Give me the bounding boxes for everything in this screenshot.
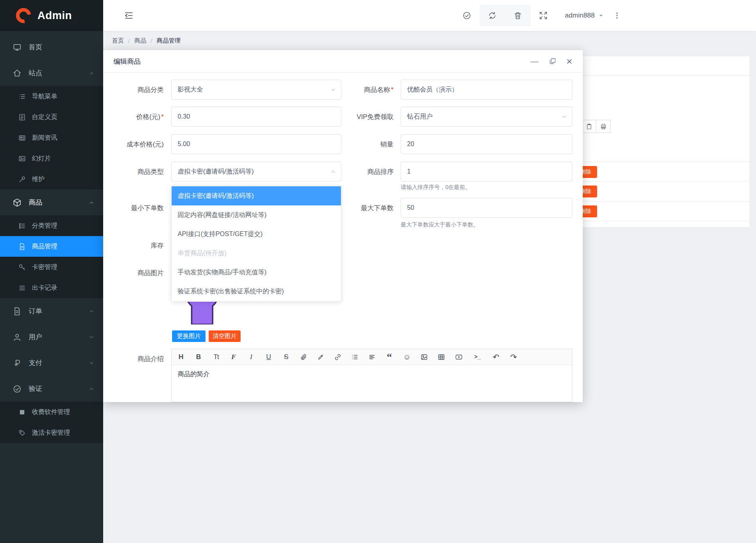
list-icon[interactable] — [351, 354, 358, 361]
align-icon[interactable] — [368, 354, 376, 361]
font-size-icon[interactable]: Tt — [212, 353, 220, 361]
sidebar-item-paid-software[interactable]: 收费软件管理 — [0, 402, 103, 422]
user-menu[interactable]: admin888 — [565, 12, 604, 20]
key-icon — [18, 264, 26, 271]
bold-icon[interactable]: B — [195, 353, 202, 361]
close-icon[interactable]: × — [566, 56, 572, 66]
editor-toolbar: H B Tt F I U S “ ☺ >_ ↶ ↷ — [172, 349, 572, 365]
sidebar-item-site[interactable]: 站点 — [0, 60, 103, 86]
dropdown-option[interactable]: API接口(支持POST/GET提交) — [172, 225, 341, 244]
dropdown-option-disabled: 串货商品(待开放) — [172, 244, 341, 263]
clipboard-button[interactable] — [582, 120, 596, 133]
field-label-min-order: 最小下单数 — [103, 198, 164, 218]
brand-logo-icon — [13, 5, 34, 26]
breadcrumb-home[interactable]: 首页 — [112, 37, 124, 45]
fullscreen-button[interactable] — [531, 5, 556, 26]
sidebar-item-maintenance[interactable]: 维护 — [0, 169, 103, 189]
sort-input[interactable] — [401, 162, 572, 182]
sidebar-item-card-key-management[interactable]: 卡密管理 — [0, 257, 103, 277]
sidebar-item-custom-page[interactable]: 自定义页 — [0, 107, 103, 127]
field-label-vip: VIP免费领取 — [313, 107, 394, 127]
expand-arrows-icon — [539, 11, 548, 20]
maintenance-tool-icon — [18, 176, 26, 183]
underline-icon[interactable]: U — [265, 353, 272, 361]
sidebar-toggle-button[interactable] — [124, 11, 133, 20]
minimize-icon[interactable]: — — [531, 57, 539, 65]
strikethrough-icon[interactable]: S — [282, 353, 290, 361]
quote-icon[interactable]: “ — [386, 355, 393, 359]
news-icon — [18, 134, 26, 142]
sidebar-item-users[interactable]: 用户 — [0, 324, 103, 350]
sidebar-item-nav-menu[interactable]: 导航菜单 — [0, 86, 103, 107]
clear-image-button[interactable]: 清空图片 — [209, 330, 241, 342]
max-order-input[interactable] — [401, 198, 572, 218]
sidebar-submenu-site: 导航菜单 自定义页 新闻资讯 幻灯片 维护 — [0, 86, 103, 189]
font-family-icon[interactable]: F — [230, 353, 237, 361]
sidebar-item-card-records[interactable]: 出卡记录 — [0, 277, 103, 298]
sidebar-item-label: 自定义页 — [32, 113, 57, 121]
table-icon[interactable] — [438, 354, 445, 361]
editor-content[interactable]: 商品的简介 — [172, 365, 572, 384]
sidebar-item-activation-keys[interactable]: 激活卡密管理 — [0, 422, 103, 443]
refresh-icon — [488, 11, 497, 20]
link-icon[interactable] — [334, 354, 341, 361]
sidebar-item-label: 分类管理 — [32, 222, 57, 230]
sidebar-submenu-product: 分类管理 商品管理 卡密管理 出卡记录 — [0, 215, 103, 298]
print-button[interactable] — [596, 120, 611, 133]
user-icon — [13, 333, 22, 342]
product-type-dropdown: 虚拟卡密(邀请码/激活码等) 固定内容(网盘链接/活动网址等) API接口(支持… — [171, 186, 341, 302]
check-status-button[interactable] — [454, 5, 480, 26]
sidebar-item-category-management[interactable]: 分类管理 — [0, 215, 103, 236]
maximize-icon[interactable] — [549, 58, 556, 65]
undo-icon[interactable]: ↶ — [492, 352, 500, 362]
field-label-category: 商品分类 — [103, 80, 164, 100]
sidebar-item-label: 首页 — [29, 43, 42, 52]
refresh-button[interactable] — [480, 5, 505, 26]
field-label-stock: 库存 — [103, 235, 164, 255]
sidebar-item-news[interactable]: 新闻资讯 — [0, 127, 103, 148]
sidebar-item-label: 商品管理 — [32, 242, 57, 251]
home-icon — [13, 69, 22, 78]
sales-input[interactable] — [401, 134, 572, 154]
breadcrumb-product[interactable]: 商品 — [134, 37, 146, 45]
sidebar-item-product-management[interactable]: 商品管理 — [0, 236, 103, 257]
image-icon[interactable] — [421, 354, 428, 361]
field-label-type: 商品类型 — [103, 162, 164, 182]
dropdown-option[interactable]: 验证系统卡密(出售验证系统中的卡密) — [172, 282, 341, 301]
square-icon — [18, 408, 26, 416]
breadcrumb-separator: / — [128, 37, 130, 44]
attachment-icon[interactable] — [300, 354, 307, 361]
dropdown-option[interactable]: 手动发货(实物商品/手动充值等) — [172, 263, 341, 282]
heading-icon[interactable]: H — [177, 353, 185, 361]
chevron-down-icon — [89, 334, 94, 340]
sidebar-item-slideshow[interactable]: 幻灯片 — [0, 148, 103, 169]
redo-icon[interactable]: ↷ — [510, 352, 517, 362]
chevron-down-icon — [598, 13, 604, 18]
sidebar-item-label: 导航菜单 — [32, 92, 57, 101]
terminal-icon[interactable]: >_ — [473, 354, 482, 360]
dropdown-option[interactable]: 固定内容(网盘链接/活动网址等) — [172, 205, 341, 225]
order-file-icon — [13, 307, 22, 316]
vip-select[interactable]: 钻石用户 — [401, 107, 572, 127]
sidebar-item-home[interactable]: 首页 — [0, 34, 103, 60]
replace-image-button[interactable]: 更换图片 — [172, 330, 206, 342]
sidebar-item-payment[interactable]: 支付 — [0, 350, 103, 376]
trash-button[interactable] — [505, 5, 531, 26]
print-icon — [600, 123, 607, 130]
video-icon[interactable] — [455, 354, 463, 361]
field-label-sales: 销量 — [313, 134, 394, 154]
product-name-input[interactable] — [401, 80, 572, 100]
sidebar-item-label: 站点 — [29, 68, 42, 78]
italic-icon[interactable]: I — [247, 353, 255, 361]
sidebar-item-verification[interactable]: 验证 — [0, 376, 103, 402]
brush-icon[interactable] — [317, 354, 324, 361]
dropdown-option[interactable]: 虚拟卡密(邀请码/激活码等) — [172, 186, 341, 205]
sidebar-item-orders[interactable]: 订单 — [0, 298, 103, 324]
emoji-icon[interactable]: ☺ — [403, 353, 411, 361]
category-select-value: 影视大全 — [178, 86, 203, 94]
sidebar-item-product[interactable]: 商品 — [0, 189, 103, 215]
breadcrumb: 首页 / 商品 / 商品管理 — [103, 31, 756, 50]
breadcrumb-current: 商品管理 — [157, 37, 180, 45]
sidebar-submenu-verification: 收费软件管理 激活卡密管理 — [0, 402, 103, 443]
more-menu-button[interactable] — [610, 5, 624, 26]
